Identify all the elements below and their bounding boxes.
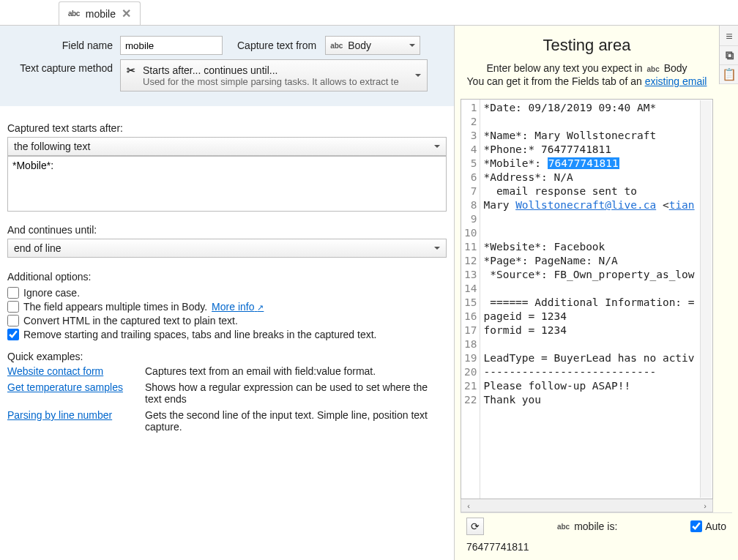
convert-html-label: Convert HTML in the captured text to pla…: [23, 315, 238, 326]
horizontal-scrollbar[interactable]: ‹ ›: [461, 499, 713, 512]
example-desc: Captures text from an email with field:v…: [145, 365, 447, 377]
vertical-scrollbar[interactable]: [700, 100, 712, 498]
starts-after-label: Captured text starts after:: [7, 122, 447, 134]
testing-text-editor[interactable]: 12345678910111213141516171819202122 *Dat…: [461, 99, 713, 499]
more-info-link[interactable]: More info ↗: [212, 301, 264, 313]
capture-method-select[interactable]: ✂ Starts after... continues until... Use…: [120, 59, 428, 92]
external-link-icon: ↗: [257, 303, 264, 312]
continues-until-label: And continues until:: [7, 224, 447, 236]
refresh-button[interactable]: ⟳: [466, 518, 484, 535]
field-name-input[interactable]: [120, 36, 223, 55]
auto-checkbox[interactable]: [690, 520, 702, 532]
testing-hint-1: Enter below any text you expect in abc B…: [462, 62, 712, 74]
copy-icon[interactable]: ⧉: [720, 46, 738, 65]
method-title: Starts after... continues until...: [143, 64, 411, 76]
example-link[interactable]: Get temperature samples: [7, 381, 139, 405]
abc-icon: abc: [557, 523, 570, 531]
example-desc: Gets the second line of the input text. …: [145, 409, 447, 433]
menu-icon[interactable]: ≡: [720, 27, 738, 46]
line-gutter: 12345678910111213141516171819202122: [461, 100, 480, 499]
trim-checkbox[interactable]: [7, 329, 19, 340]
chevron-down-icon: [409, 44, 415, 47]
capture-from-label: Capture text from: [237, 40, 316, 51]
example-desc: Shows how a regular expression can be us…: [145, 381, 447, 405]
multiple-checkbox[interactable]: [7, 301, 19, 313]
examples-label: Quick examples:: [7, 351, 447, 362]
convert-html-checkbox[interactable]: [7, 315, 19, 326]
scroll-right-icon[interactable]: ›: [699, 501, 711, 510]
starts-after-mode-select[interactable]: the following text: [7, 137, 447, 156]
abc-icon: abc: [330, 42, 343, 50]
testing-title: Testing area: [462, 36, 712, 55]
chevron-down-icon: [434, 145, 440, 148]
method-subtitle: Used for the most simple parsing tasks. …: [143, 76, 411, 87]
options-label: Additional options:: [7, 271, 447, 283]
capture-from-value: Body: [348, 40, 371, 51]
right-toolbar: ≡ ⧉ 📋: [719, 26, 738, 84]
tab-type-icon: abc: [68, 10, 80, 18]
starts-after-text-input[interactable]: *Mobile*:: [7, 156, 447, 212]
config-panel: Field name Capture text from abc Body Te…: [0, 26, 454, 106]
chevron-down-icon: [415, 74, 421, 77]
capture-from-select[interactable]: abc Body: [325, 36, 420, 55]
tab-title: mobile: [86, 8, 116, 20]
scissors-icon: ✂: [127, 64, 135, 76]
result-value: 76477741811: [461, 540, 732, 560]
result-label: mobile is:: [574, 520, 617, 532]
ignore-case-label: Ignore case.: [23, 287, 80, 299]
example-link[interactable]: Website contact form: [7, 365, 139, 377]
trim-label: Remove starting and trailing spaces, tab…: [23, 329, 377, 340]
existing-email-link[interactable]: existing email: [645, 75, 707, 87]
method-label: Text capture method: [10, 59, 120, 74]
continues-until-mode-value: end of line: [14, 242, 61, 254]
starts-after-mode-value: the following text: [14, 141, 90, 152]
ignore-case-checkbox[interactable]: [7, 287, 19, 299]
multiple-label: The field appears multiple times in Body…: [23, 301, 207, 313]
testing-hint-2: You can get it from the Fields tab of an…: [462, 75, 712, 87]
tab-mobile[interactable]: abc mobile ✕: [59, 1, 141, 25]
abc-icon: abc: [646, 65, 661, 73]
field-name-label: Field name: [10, 40, 120, 51]
tab-bar: abc mobile ✕: [0, 0, 738, 25]
code-body[interactable]: *Date: 09/18/2019 09:40 AM**Name*: Mary …: [480, 100, 712, 499]
paste-icon[interactable]: 📋: [720, 65, 738, 84]
continues-until-mode-select[interactable]: end of line: [7, 239, 447, 258]
auto-label: Auto: [705, 520, 726, 532]
example-link[interactable]: Parsing by line number: [7, 409, 139, 433]
close-icon[interactable]: ✕: [122, 7, 131, 20]
scroll-left-icon[interactable]: ‹: [463, 501, 474, 510]
refresh-icon: ⟳: [471, 520, 480, 532]
chevron-down-icon: [434, 247, 440, 250]
